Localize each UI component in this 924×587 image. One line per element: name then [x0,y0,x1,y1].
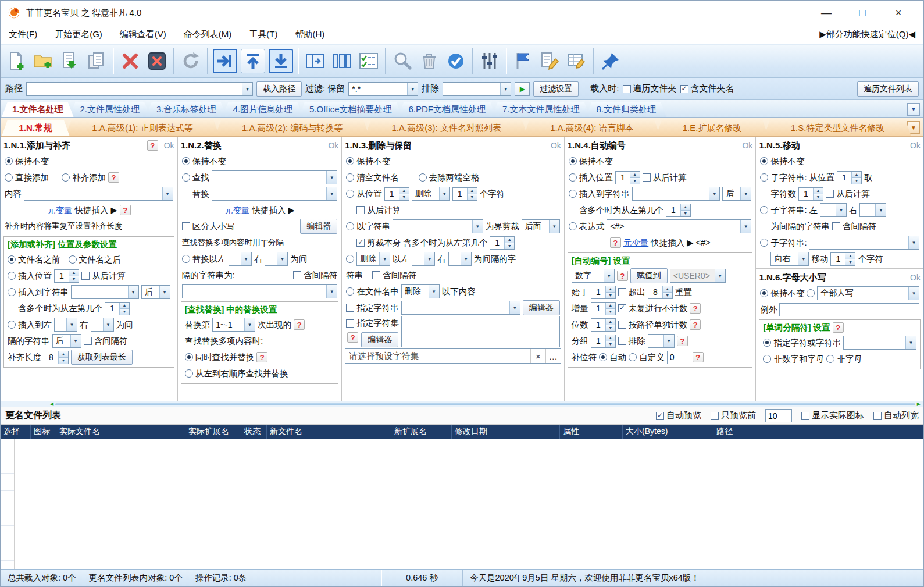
help-button[interactable]: ? [617,271,628,281]
move-down-button[interactable] [269,49,293,73]
p4-pad-auto-radio[interactable]: 自动 [599,352,626,363]
column-status[interactable]: 状态 [241,425,267,439]
p1-after-name-radio[interactable]: 文件名之后 [69,254,122,265]
menu-start-rename[interactable]: 开始更名(G) [55,29,102,40]
chevron-down-icon[interactable]: ▾ [709,187,719,200]
p1-insert-to-string-radio[interactable]: 插入到字符串 [8,287,69,298]
chevron-down-icon[interactable]: ▾ [500,83,511,95]
p6-spec-char-radio[interactable]: 指定字符或字符串 [763,337,841,348]
tab-pdf-attr[interactable]: 6.PDF文档属性处理 [398,102,496,117]
chevron-down-icon[interactable]: ▾ [461,252,471,265]
p2-between-left-combo[interactable]: ▾ [229,252,252,266]
column-new-filename[interactable]: 新文件名 [267,425,391,439]
minimize-button[interactable]: — [808,3,844,23]
pin-button[interactable] [597,47,624,76]
chevron-down-icon[interactable]: ▾ [326,285,337,298]
p6-non-alpha-radio[interactable]: 非字母 [826,354,862,365]
main-tabs-dropdown-button[interactable]: ▼ [907,103,920,116]
p1-sep-before-after-combo[interactable]: 后▾ [52,334,81,348]
p5-sub-from-radio[interactable]: 子字符串: 从位置 [760,172,834,183]
auto-column-width-checkbox[interactable]: 自动列宽 [873,410,919,421]
spin-up-icon[interactable]: ▲ [663,286,672,293]
chevron-down-icon[interactable]: ▾ [242,83,252,95]
ok-indicator[interactable]: Ok [164,141,174,150]
p4-nocount-checkbox[interactable]: 未复进行不计数 [618,303,688,314]
p1-between-left-combo[interactable]: ▾ [54,318,77,332]
column-actual-extension[interactable]: 实际扩展名 [185,425,241,439]
subtab-script[interactable]: 1.A.高级(4): 语言脚本 [524,120,661,136]
p3-delete-between-radio[interactable] [346,255,354,263]
chevron-down-icon[interactable]: ▾ [439,187,449,200]
spin-up-icon[interactable]: ▲ [630,172,640,178]
column-actual-filename[interactable]: 实际文件名 [56,425,185,439]
chevron-down-icon[interactable]: ▾ [379,252,390,265]
spin-up-icon[interactable]: ▲ [852,172,861,178]
filter-combo[interactable]: *.*▾ [348,82,418,96]
chevron-down-icon[interactable]: ▾ [549,220,559,233]
quick-locate-link[interactable]: ▶部分功能快速定位(Q)◀ [819,29,915,40]
spinner-arrows[interactable]: ▲▼ [662,286,672,298]
p1-content-combo[interactable]: ▾ [24,187,173,201]
p6-exception-input[interactable] [779,303,919,316]
spinner-arrows[interactable]: ▲▼ [851,172,861,184]
p3-cut-side-combo[interactable]: 后面▾ [522,219,560,233]
spin-down-icon[interactable]: ▼ [468,194,477,200]
filter-settings-button[interactable]: 过滤设置 [533,81,579,97]
chevron-down-icon[interactable]: ▾ [244,318,255,331]
p3-from-pos-radio[interactable]: 从位置 [346,188,382,200]
p1-pad-add-radio[interactable]: 补齐添加 [62,172,106,183]
p1-before-after-combo[interactable]: 后▾ [141,285,170,299]
chevron-down-icon[interactable]: ▾ [740,220,751,233]
column-select[interactable]: 选择 [1,425,31,439]
chevron-down-icon[interactable]: ▾ [663,335,674,347]
spinner-arrows[interactable]: ▲▼ [605,286,615,298]
chevron-down-icon[interactable]: ▾ [604,269,614,282]
chevron-down-icon[interactable]: ▾ [429,285,439,298]
chevron-down-icon[interactable]: ▾ [875,204,886,216]
p4-keep-radio[interactable]: 保持不变 [569,156,613,167]
p1-insert-pos-spinner[interactable]: 1▲▼ [54,269,79,283]
save-list-button[interactable] [83,47,110,76]
p2-case-checkbox[interactable]: 区分大小写 [182,221,235,232]
spin-down-icon[interactable]: ▼ [663,293,672,298]
maximize-button[interactable]: □ [844,3,880,23]
p5-keep-radio[interactable]: 保持不变 [760,156,804,167]
p5-between-right-combo[interactable]: ▾ [859,203,886,217]
p5-sub-string-radio[interactable]: 子字符串: [760,237,807,248]
help-button[interactable]: ? [693,352,704,362]
help-button[interactable]: ? [690,303,701,314]
options-button[interactable] [476,47,503,76]
p4-digits-spinner[interactable]: 1▲▼ [591,318,616,332]
column-new-extension[interactable]: 新扩展名 [391,425,452,439]
spin-down-icon[interactable]: ▼ [845,259,855,265]
spin-up-icon[interactable]: ▲ [814,188,823,194]
menu-help[interactable]: 帮助(H) [295,29,324,40]
p3-charset-textarea[interactable] [401,316,560,347]
p4-multi-spinner[interactable]: 1▲▼ [666,204,691,217]
help-button[interactable]: ? [147,140,158,151]
traverse-folders-checkbox[interactable]: 遍历文件夹 [623,83,677,94]
p1-insert-between-radio[interactable]: 插入到左 [8,319,52,330]
p3-delete-mode-combo[interactable]: 删除▾ [412,187,450,201]
chevron-down-icon[interactable]: ▾ [103,318,113,331]
traverse-file-list-button[interactable]: 遍历文件列表 [857,81,919,97]
meta-variable-link[interactable]: 元变量 [47,205,73,216]
p4-insert-pos-radio[interactable]: 插入位置 [569,172,613,183]
clear-list-button[interactable] [416,47,443,76]
spinner-arrows[interactable]: ▲▼ [680,204,690,216]
p2-find-combo[interactable]: ▾ [212,170,338,184]
p2-simultaneous-radio[interactable]: 同时查找并替换 [185,352,255,363]
chevron-down-icon[interactable]: ▾ [162,187,173,200]
p2-editor-button[interactable]: 编辑器 [300,219,337,234]
chevron-down-icon[interactable]: ▾ [70,335,81,347]
tab-text-attr[interactable]: 7.文本文件属性处理 [492,102,590,117]
subtab-encoding[interactable]: 1.A.高级(2): 编码与转换等 [215,120,369,136]
p3-from-pos-spinner[interactable]: 1▲▼ [384,187,409,201]
p4-expression-combo[interactable]: <#>▾ [607,219,751,233]
scrollbar-track[interactable] [55,403,915,405]
edit-name-button[interactable] [537,47,563,76]
help-button[interactable]: ? [610,237,621,248]
spinner-arrows[interactable]: ▲▼ [630,172,640,184]
quick-insert-label[interactable]: 快捷插入 ▶ [74,205,117,216]
p2-replace-between-radio[interactable]: 替换以左 [182,254,226,265]
